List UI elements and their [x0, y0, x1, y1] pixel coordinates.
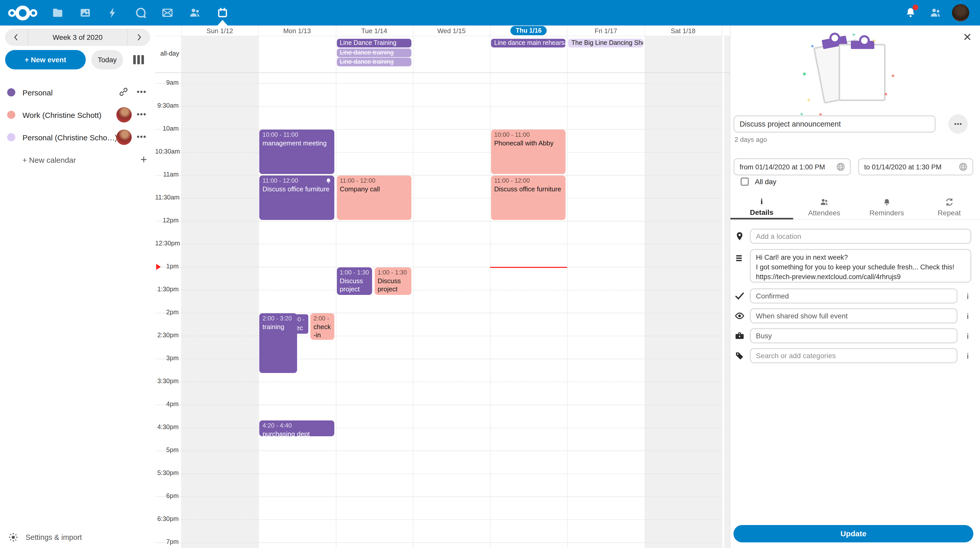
- repeat-icon: [945, 197, 954, 206]
- time-axis-label: 11am: [155, 171, 179, 178]
- info-icon[interactable]: i: [964, 311, 972, 320]
- location-input[interactable]: [750, 229, 971, 244]
- calendar-event[interactable]: 2:00 - 2:30check-in: [310, 313, 334, 340]
- calendar-event[interactable]: 4:20 - 4:40purchasing dept: [259, 421, 334, 436]
- calendar-event[interactable]: 10:00 - 11:00management meeting: [259, 130, 334, 174]
- event-title: Phonecall with Abby: [494, 139, 563, 148]
- event-time: 10:00 - 11:00: [494, 131, 563, 139]
- all-day-checkbox[interactable]: [741, 178, 749, 186]
- event-title: purchasing dept: [262, 430, 331, 436]
- grid-line: [155, 129, 722, 130]
- settings-import-button[interactable]: Settings & import: [0, 530, 155, 545]
- tab-repeat[interactable]: Repeat: [918, 195, 980, 219]
- calendar-event[interactable]: 11:00 - 12:00Company call: [337, 176, 411, 220]
- calendar-event[interactable]: 2:00 - 3:20training: [259, 313, 297, 373]
- close-icon[interactable]: ✕: [963, 32, 972, 42]
- calendar-list-item[interactable]: Work (Christine Schott): [0, 105, 155, 125]
- files-app-icon[interactable]: [52, 6, 64, 19]
- column-divider: [181, 25, 182, 548]
- grid-line: [155, 405, 722, 405]
- day-header[interactable]: Wed 1/15: [413, 25, 490, 36]
- calendar-event[interactable]: 1:00 - 1:30Discuss project: [374, 267, 411, 295]
- day-header[interactable]: Sat 1/18: [644, 25, 722, 36]
- all-day-event[interactable]: Line dance training: [337, 58, 411, 66]
- day-header[interactable]: Tue 1/14: [336, 25, 413, 36]
- talk-app-icon[interactable]: [135, 6, 147, 19]
- calendar-list-item[interactable]: Personal (Christine Scho…): [0, 127, 155, 148]
- today-button[interactable]: Today: [91, 50, 123, 69]
- calendar-list-item[interactable]: Personal: [0, 82, 155, 103]
- contacts-app-icon[interactable]: [189, 6, 201, 19]
- next-week-button[interactable]: [127, 29, 150, 46]
- time-axis-label: 2pm: [155, 309, 179, 316]
- calendar-event[interactable]: 11:00 - 12:00Discuss office furniture: [259, 176, 334, 220]
- info-icon[interactable]: i: [964, 331, 972, 340]
- new-event-button[interactable]: + New event: [5, 50, 86, 69]
- previous-week-button[interactable]: [5, 29, 27, 46]
- all-day-checkbox-row[interactable]: All day: [735, 178, 776, 186]
- day-header[interactable]: Fri 1/17: [567, 25, 645, 36]
- calendar-week-view: all-day Sun 1/12Mon 1/13Tue 1/14Wed 1/15…: [155, 25, 730, 548]
- notifications-bell-icon[interactable]: [904, 6, 917, 19]
- activity-app-icon[interactable]: [107, 6, 119, 19]
- update-button[interactable]: Update: [733, 525, 974, 542]
- calendar-menu-icon[interactable]: [136, 86, 148, 98]
- categories-input[interactable]: [750, 348, 958, 363]
- visibility-select[interactable]: When shared show full event: [750, 308, 958, 324]
- calendar-color-dot: [7, 88, 15, 97]
- event-actions-button[interactable]: [948, 114, 968, 134]
- all-day-event[interactable]: Line dance main rehearsal: [491, 39, 566, 48]
- event-title: training: [262, 323, 294, 331]
- share-link-icon[interactable]: [118, 87, 130, 98]
- column-divider: [336, 25, 336, 548]
- eye-icon: [735, 311, 745, 321]
- all-day-event[interactable]: Line Dance Training: [337, 39, 411, 48]
- grid-line: [155, 451, 722, 451]
- contacts-menu-icon[interactable]: [929, 6, 942, 19]
- week-view-toggle-icon[interactable]: [133, 55, 144, 64]
- status-select[interactable]: Confirmed: [750, 288, 958, 303]
- user-avatar[interactable]: [952, 4, 969, 21]
- start-date-field[interactable]: from 01/14/2020 at 1:00 PM: [733, 158, 851, 176]
- description-textarea[interactable]: Hi Carl! are you in next week? I got som…: [750, 249, 971, 283]
- event-time: 4:20 - 4:40: [262, 422, 331, 430]
- tab-attendees[interactable]: Attendees: [793, 195, 856, 219]
- calendar-name: Personal (Christine Scho…): [22, 133, 116, 141]
- freebusy-row: Busy i: [730, 328, 980, 343]
- event-title: management meeting: [262, 139, 331, 148]
- tab-details[interactable]: iDetails: [730, 195, 793, 219]
- info-icon[interactable]: i: [964, 351, 972, 360]
- timezone-globe-icon[interactable]: [835, 162, 846, 172]
- freebusy-select[interactable]: Busy: [750, 328, 958, 343]
- photos-app-icon[interactable]: [79, 6, 91, 19]
- event-title: Discuss project announcement: [340, 277, 369, 295]
- shared-by-avatar: [116, 130, 132, 145]
- event-title-input[interactable]: [733, 115, 935, 133]
- plus-icon[interactable]: +: [140, 153, 147, 166]
- day-header[interactable]: Sun 1/12: [181, 25, 259, 36]
- mail-app-icon[interactable]: [161, 6, 173, 19]
- event-title: check-in: [313, 323, 331, 340]
- timezone-globe-icon[interactable]: [958, 162, 968, 172]
- time-axis-label: 3:30pm: [155, 378, 179, 385]
- week-label[interactable]: Week 3 of 2020: [27, 29, 127, 46]
- calendar-event[interactable]: 10:00 - 11:00Phonecall with Abby: [491, 130, 566, 174]
- info-icon[interactable]: i: [964, 292, 972, 300]
- calendar-menu-icon[interactable]: [136, 109, 148, 121]
- nextcloud-logo-icon[interactable]: [8, 5, 39, 21]
- day-header[interactable]: Mon 1/13: [259, 25, 336, 36]
- grid-line: [155, 83, 722, 84]
- calendar-event[interactable]: 1:00 - 1:30Discuss project announcement: [337, 267, 372, 295]
- calendar-event[interactable]: 11:00 - 12:00Discuss office furniture: [491, 176, 566, 220]
- day-header[interactable]: Thu 1/16: [490, 25, 567, 36]
- event-title: Discuss office furniture: [494, 185, 563, 194]
- all-day-event[interactable]: The Big Line Dancing Show: [568, 39, 643, 48]
- grid-line: [155, 267, 722, 267]
- end-date-field[interactable]: to 01/14/2020 at 1:30 PM: [858, 158, 974, 176]
- all-day-event[interactable]: Line dance training: [337, 48, 411, 57]
- calendar-app-icon[interactable]: [216, 6, 229, 19]
- calendar-menu-icon[interactable]: [136, 131, 148, 143]
- tab-reminders[interactable]: Reminders: [856, 195, 918, 219]
- location-row: [730, 229, 980, 244]
- new-calendar-item[interactable]: + New calendar +: [0, 149, 155, 170]
